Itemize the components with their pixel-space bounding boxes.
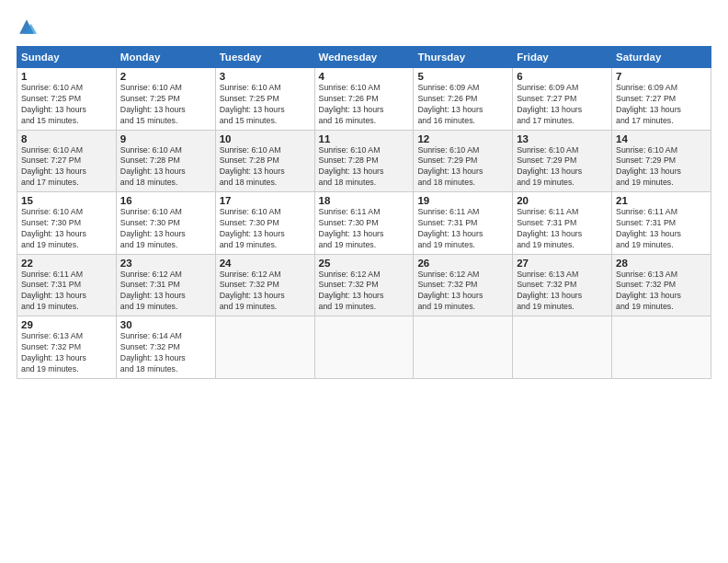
logo-icon — [17, 17, 37, 37]
calendar-cell: 26Sunrise: 6:12 AMSunset: 7:32 PMDayligh… — [414, 254, 513, 316]
day-number: 25 — [319, 258, 410, 269]
day-number: 1 — [21, 71, 112, 82]
calendar: SundayMondayTuesdayWednesdayThursdayFrid… — [17, 46, 711, 379]
calendar-cell — [314, 316, 414, 379]
day-number: 3 — [220, 71, 311, 82]
calendar-cell: 13Sunrise: 6:10 AMSunset: 7:29 PMDayligh… — [513, 130, 612, 192]
weekday-header-cell: Monday — [116, 47, 215, 68]
day-number: 10 — [220, 133, 311, 144]
day-info: Sunrise: 6:12 AMSunset: 7:31 PMDaylight:… — [120, 270, 211, 314]
day-number: 26 — [417, 258, 508, 269]
day-number: 14 — [616, 133, 707, 144]
calendar-week-row: 15Sunrise: 6:10 AMSunset: 7:30 PMDayligh… — [17, 192, 711, 255]
day-info: Sunrise: 6:10 AMSunset: 7:30 PMDaylight:… — [120, 207, 211, 251]
calendar-cell: 14Sunrise: 6:10 AMSunset: 7:29 PMDayligh… — [612, 130, 711, 192]
calendar-week-row: 8Sunrise: 6:10 AMSunset: 7:27 PMDaylight… — [17, 130, 711, 192]
calendar-cell: 6Sunrise: 6:09 AMSunset: 7:27 PMDaylight… — [513, 68, 612, 131]
day-info: Sunrise: 6:10 AMSunset: 7:25 PMDaylight:… — [120, 83, 211, 127]
day-number: 12 — [417, 133, 508, 144]
day-number: 17 — [220, 195, 311, 206]
calendar-cell: 10Sunrise: 6:10 AMSunset: 7:28 PMDayligh… — [215, 130, 314, 192]
day-number: 27 — [517, 258, 608, 269]
calendar-cell: 28Sunrise: 6:13 AMSunset: 7:32 PMDayligh… — [612, 254, 711, 316]
day-number: 22 — [21, 258, 112, 269]
day-info: Sunrise: 6:13 AMSunset: 7:32 PMDaylight:… — [21, 331, 112, 375]
calendar-cell: 12Sunrise: 6:10 AMSunset: 7:29 PMDayligh… — [414, 130, 513, 192]
calendar-cell — [215, 316, 314, 379]
calendar-cell: 18Sunrise: 6:11 AMSunset: 7:30 PMDayligh… — [314, 192, 414, 255]
calendar-cell: 24Sunrise: 6:12 AMSunset: 7:32 PMDayligh… — [215, 254, 314, 316]
day-info: Sunrise: 6:12 AMSunset: 7:32 PMDaylight:… — [220, 270, 311, 314]
day-info: Sunrise: 6:10 AMSunset: 7:28 PMDaylight:… — [220, 145, 311, 190]
day-number: 21 — [616, 195, 707, 206]
day-info: Sunrise: 6:11 AMSunset: 7:31 PMDaylight:… — [616, 207, 707, 251]
calendar-cell: 16Sunrise: 6:10 AMSunset: 7:30 PMDayligh… — [116, 192, 215, 255]
day-info: Sunrise: 6:12 AMSunset: 7:32 PMDaylight:… — [417, 270, 508, 314]
day-number: 20 — [517, 195, 608, 206]
day-info: Sunrise: 6:11 AMSunset: 7:31 PMDaylight:… — [517, 207, 608, 251]
day-number: 2 — [120, 71, 211, 82]
day-number: 6 — [517, 71, 608, 82]
calendar-cell: 1Sunrise: 6:10 AMSunset: 7:25 PMDaylight… — [17, 68, 117, 131]
day-info: Sunrise: 6:12 AMSunset: 7:32 PMDaylight:… — [319, 270, 410, 314]
calendar-cell: 29Sunrise: 6:13 AMSunset: 7:32 PMDayligh… — [17, 316, 117, 379]
day-info: Sunrise: 6:10 AMSunset: 7:30 PMDaylight:… — [220, 207, 311, 251]
calendar-cell — [513, 316, 612, 379]
day-number: 15 — [21, 195, 112, 206]
page: SundayMondayTuesdayWednesdayThursdayFrid… — [0, 0, 728, 563]
day-info: Sunrise: 6:10 AMSunset: 7:26 PMDaylight:… — [319, 83, 410, 127]
day-number: 19 — [417, 195, 508, 206]
day-number: 30 — [120, 319, 211, 330]
day-info: Sunrise: 6:14 AMSunset: 7:32 PMDaylight:… — [120, 331, 211, 375]
day-number: 8 — [21, 133, 112, 144]
calendar-cell: 17Sunrise: 6:10 AMSunset: 7:30 PMDayligh… — [215, 192, 314, 255]
calendar-cell — [612, 316, 711, 379]
day-number: 11 — [319, 133, 410, 144]
day-info: Sunrise: 6:10 AMSunset: 7:29 PMDaylight:… — [417, 145, 508, 190]
day-number: 9 — [120, 133, 211, 144]
calendar-body: 1Sunrise: 6:10 AMSunset: 7:25 PMDaylight… — [17, 68, 711, 379]
day-number: 29 — [21, 319, 112, 330]
day-number: 7 — [616, 71, 707, 82]
calendar-cell: 30Sunrise: 6:14 AMSunset: 7:32 PMDayligh… — [116, 316, 215, 379]
calendar-cell: 9Sunrise: 6:10 AMSunset: 7:28 PMDaylight… — [116, 130, 215, 192]
calendar-cell: 25Sunrise: 6:12 AMSunset: 7:32 PMDayligh… — [314, 254, 414, 316]
day-info: Sunrise: 6:13 AMSunset: 7:32 PMDaylight:… — [517, 270, 608, 314]
day-info: Sunrise: 6:10 AMSunset: 7:28 PMDaylight:… — [319, 145, 410, 190]
weekday-header-cell: Sunday — [17, 47, 117, 68]
weekday-header-cell: Tuesday — [215, 47, 314, 68]
header — [17, 17, 711, 37]
day-info: Sunrise: 6:10 AMSunset: 7:27 PMDaylight:… — [21, 145, 112, 190]
calendar-week-row: 22Sunrise: 6:11 AMSunset: 7:31 PMDayligh… — [17, 254, 711, 316]
day-number: 5 — [417, 71, 508, 82]
day-info: Sunrise: 6:11 AMSunset: 7:31 PMDaylight:… — [21, 270, 112, 314]
calendar-cell: 8Sunrise: 6:10 AMSunset: 7:27 PMDaylight… — [17, 130, 117, 192]
day-number: 24 — [220, 258, 311, 269]
day-number: 4 — [319, 71, 410, 82]
day-number: 23 — [120, 258, 211, 269]
weekday-header-cell: Thursday — [414, 47, 513, 68]
day-info: Sunrise: 6:09 AMSunset: 7:26 PMDaylight:… — [417, 83, 508, 127]
day-info: Sunrise: 6:10 AMSunset: 7:28 PMDaylight:… — [120, 145, 211, 190]
calendar-cell: 3Sunrise: 6:10 AMSunset: 7:25 PMDaylight… — [215, 68, 314, 131]
calendar-cell: 7Sunrise: 6:09 AMSunset: 7:27 PMDaylight… — [612, 68, 711, 131]
weekday-header-cell: Friday — [513, 47, 612, 68]
day-number: 13 — [517, 133, 608, 144]
day-info: Sunrise: 6:13 AMSunset: 7:32 PMDaylight:… — [616, 270, 707, 314]
logo — [17, 17, 40, 37]
calendar-cell: 2Sunrise: 6:10 AMSunset: 7:25 PMDaylight… — [116, 68, 215, 131]
weekday-header-cell: Wednesday — [314, 47, 414, 68]
weekday-header-row: SundayMondayTuesdayWednesdayThursdayFrid… — [17, 47, 711, 68]
day-number: 18 — [319, 195, 410, 206]
day-number: 16 — [120, 195, 211, 206]
day-number: 28 — [616, 258, 707, 269]
calendar-week-row: 29Sunrise: 6:13 AMSunset: 7:32 PMDayligh… — [17, 316, 711, 379]
weekday-header-cell: Saturday — [612, 47, 711, 68]
day-info: Sunrise: 6:10 AMSunset: 7:30 PMDaylight:… — [21, 207, 112, 251]
day-info: Sunrise: 6:10 AMSunset: 7:29 PMDaylight:… — [616, 145, 707, 190]
calendar-cell: 15Sunrise: 6:10 AMSunset: 7:30 PMDayligh… — [17, 192, 117, 255]
day-info: Sunrise: 6:09 AMSunset: 7:27 PMDaylight:… — [517, 83, 608, 127]
calendar-week-row: 1Sunrise: 6:10 AMSunset: 7:25 PMDaylight… — [17, 68, 711, 131]
day-info: Sunrise: 6:10 AMSunset: 7:25 PMDaylight:… — [21, 83, 112, 127]
day-info: Sunrise: 6:09 AMSunset: 7:27 PMDaylight:… — [616, 83, 707, 127]
